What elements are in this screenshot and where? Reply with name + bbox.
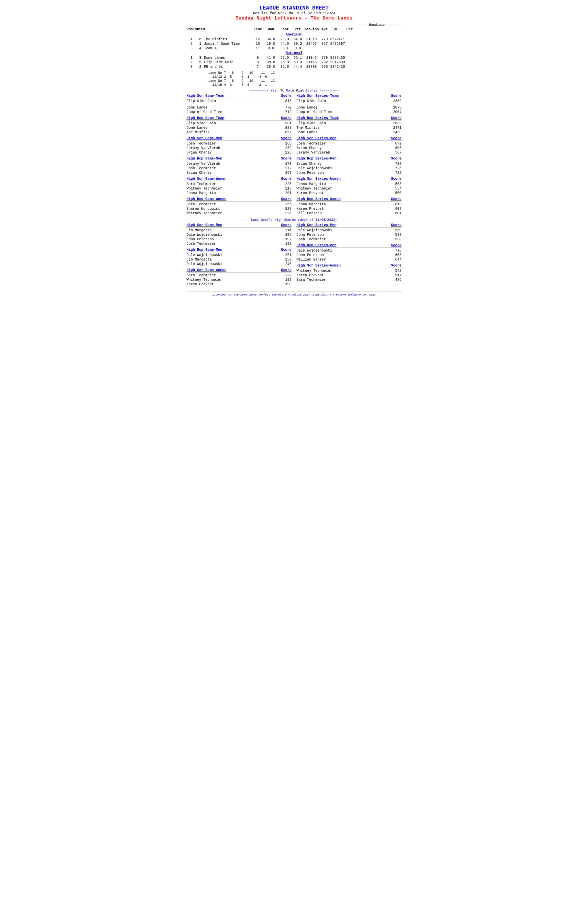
- high-hcp-series-team-header: High Hcp Series-Team Score: [297, 116, 401, 120]
- score-row: Flip Side Coin818: [187, 99, 291, 103]
- score-row: Karen Prevost190: [187, 282, 291, 286]
- score-row: Sara Techmeier255: [187, 202, 291, 207]
- score-row: Dale Wojciehowski726: [297, 248, 401, 253]
- high-hcp-game-team-header: High Hcp Game-Team Score: [187, 116, 291, 120]
- page-title: LEAGUE STANDING SHEET: [187, 5, 401, 11]
- score-row: Josh Techmeier538: [297, 237, 401, 241]
- handicap-label: ------Handicap--------: [187, 23, 401, 27]
- score-row: Jeramy VanVlerah273: [187, 161, 291, 166]
- high-scr-series-men-header: High Scr Series-Men Score: [297, 136, 401, 141]
- score-row: William Ganser644: [297, 257, 401, 262]
- ytd-right: High Scr Series-Team Score Flip Side Coi…: [297, 94, 401, 215]
- col-gm-header: Gm: [330, 27, 339, 31]
- score-row: Josh Techmeier192: [187, 241, 291, 246]
- score-row: Jumpin' Good Time2004: [297, 110, 401, 114]
- lw-high-scr-series-men-header: High Scr Series-Men Score: [297, 223, 401, 228]
- score-row: Jill Corsten601: [297, 211, 401, 215]
- col-lane-header: Lane: [251, 27, 264, 31]
- score-row: Josh Techmeier268: [187, 141, 291, 146]
- score-row: Dale Wojciehowski558: [297, 228, 401, 233]
- last-week-title: ---- Last Week's High Scores (Week of 11…: [187, 218, 401, 222]
- score-row: Flip Side Coin2633: [297, 121, 401, 125]
- high-hcp-series-women-header: High Hcp Series-Women Score: [297, 197, 401, 202]
- subtitle: Results for Week No. 9 of 32 11/05/2023: [187, 11, 401, 15]
- score-row: Brian Chaney732: [297, 161, 401, 166]
- score-row: Dale Wojciehowski726: [297, 166, 401, 171]
- score-row: Flip Side Coin901: [187, 121, 291, 125]
- ytd-title: ---------- Year To Date High Scores ----…: [187, 89, 401, 92]
- division-national: National: [187, 51, 401, 55]
- schedule-row-3: Lane No 7 - 8 9 - 10 11 - 12: [187, 79, 401, 83]
- high-scr-series-team-header: High Scr Series-Team Score: [297, 94, 401, 98]
- high-scr-series-women-header: High Scr Series-Women Score: [297, 176, 401, 181]
- col-totpins-header: TotPins: [304, 27, 319, 31]
- lw-high-hcp-game-men-header: High Hcp Game-Men Score: [187, 248, 291, 252]
- score-row: Jeramy VanVlerah587: [297, 150, 401, 155]
- high-scr-game-team-header: High Scr Game-Team Score: [187, 94, 291, 98]
- page-container: LEAGUE STANDING SHEET Results for Week N…: [187, 5, 401, 296]
- score-row: Sara Techmeier222: [187, 273, 291, 278]
- high-scr-game-men-header: High Scr Game-Men Score: [187, 136, 291, 141]
- score-row: John Peterson192: [187, 237, 291, 241]
- score-row: Brian Chaney268: [187, 171, 291, 175]
- score-row: The Misfits2471: [297, 125, 401, 130]
- col-pos-header: PosTm#: [187, 27, 197, 31]
- col-team-header: Team: [197, 27, 251, 31]
- high-hcp-game-women-header: High Hcp Game-Women Score: [187, 197, 291, 202]
- score-row: Jenna Margetta201: [187, 191, 291, 195]
- lastweek-right: High Scr Series-Men Score Dale Wojciehow…: [297, 223, 401, 286]
- score-row: Jim Margetta250: [187, 257, 291, 262]
- score-row: The Misfits857: [187, 130, 291, 135]
- score-row: Flip Side Coin2369: [297, 99, 401, 103]
- league-name: Sunday Night Leftovers - The Dome Lanes: [187, 15, 401, 21]
- schedule-row-4: 11/19 4 3 6 5 2 1: [187, 83, 401, 87]
- table-header: PosTm# Team Lane Won Lost Pct TotPins Av…: [187, 27, 401, 32]
- score-row: Jumpin' Good Time712: [187, 110, 291, 114]
- division-american: American: [187, 33, 401, 36]
- score-row: Josh Techmeier272: [187, 166, 291, 171]
- col-ser-header: Ser: [339, 27, 353, 31]
- score-row: Whitney Techmeier542: [297, 268, 401, 273]
- score-row: John Peterson538: [297, 233, 401, 237]
- last-week-scores: High Scr Game-Men Score Jim Margetta214 …: [187, 223, 401, 286]
- table-row: 3 2 PB and Js 7 28.0 35.0 44.4 20708 766…: [187, 64, 401, 69]
- lw-high-scr-game-women-header: High Scr Game-Women Score: [187, 268, 291, 273]
- table-row: 1 6 The Misfits 12 34.0 29.0 54.0 21016 …: [187, 37, 401, 41]
- score-row: Dale Wojciehowski205: [187, 233, 291, 237]
- ytd-scores: High Scr Game-Team Score Flip Side Coin8…: [187, 94, 401, 215]
- score-row: Dome Lanes889: [187, 125, 291, 130]
- score-row: Karen Prevost550: [297, 191, 401, 195]
- score-row: John Peterson655: [297, 253, 401, 257]
- score-row: Jenna Margetta613: [297, 202, 401, 207]
- score-row: Sara Techmeier486: [297, 278, 401, 282]
- score-row: Whitney Techmeier226: [187, 211, 291, 215]
- ytd-left: High Scr Game-Team Score Flip Side Coin8…: [187, 94, 291, 215]
- col-won-header: Won: [264, 27, 278, 31]
- score-row: Sharon Nordquist228: [187, 207, 291, 211]
- score-row: Dale Wojciehowski261: [187, 253, 291, 257]
- score-row: Brian Chaney225: [187, 150, 291, 155]
- table-row: 2 1 Jumpin' Good Time 10 19.0 44.0 30.2 …: [187, 41, 401, 46]
- schedule-section: Lane No 7 - 8 9 - 10 11 - 12 11/12 2 5 3…: [187, 71, 401, 87]
- score-row: Dome Lanes2430: [297, 130, 401, 135]
- score-row: Dome Lanes772: [187, 105, 291, 110]
- col-pct-header: Pct: [291, 27, 304, 31]
- table-row: 1 3 Dome Lanes 9 41.0 22.0 65.1 21047 77…: [187, 56, 401, 60]
- schedule-row-1: Lane No 7 - 8 9 - 10 11 - 12: [187, 71, 401, 75]
- score-row: Brian Chaney603: [297, 146, 401, 150]
- table-row: 3 4 Team 4 11 0.0 0.0 0.0: [187, 46, 401, 51]
- score-row: Josh Techmeier672: [297, 141, 401, 146]
- footer: Licensed To: The Dome Lanes Perfect Secr…: [187, 291, 401, 296]
- high-hcp-game-men-header: High Hcp Game-Men Score: [187, 156, 291, 161]
- score-row: Whitney Techmeier213: [187, 186, 291, 191]
- col-lost-header: Lost: [278, 27, 291, 31]
- lw-high-scr-game-men-header: High Scr Game-Men Score: [187, 223, 291, 228]
- score-row: Whitney Techmeier554: [297, 186, 401, 191]
- table-row: 2 5 Flip Side Coin 8 38.0 25.0 60.3 2111…: [187, 60, 401, 64]
- score-row: Karen Prevost517: [297, 273, 401, 278]
- score-row: Jim Margetta214: [187, 228, 291, 233]
- score-row: Karen Prevost607: [297, 207, 401, 211]
- high-scr-game-women-header: High Scr Game-Women Score: [187, 176, 291, 181]
- lw-high-scr-series-women-header: High Scr Series-Women Score: [297, 263, 401, 268]
- score-row: Dome Lanes2076: [297, 105, 401, 110]
